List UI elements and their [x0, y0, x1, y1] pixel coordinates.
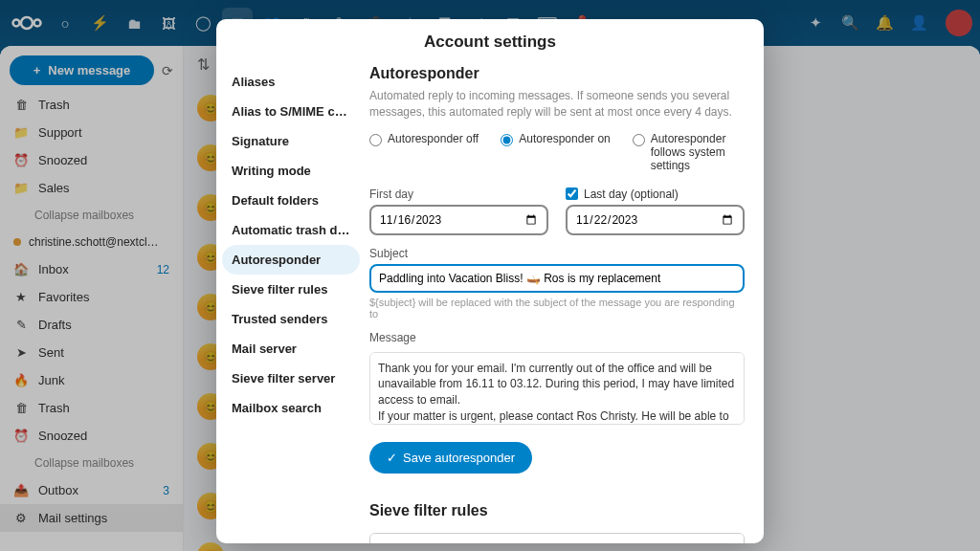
account-settings-modal: Account settings Aliases Alias to S/MIME…: [216, 19, 764, 543]
modal-nav: Aliases Alias to S/MIME ce… Signature Wr…: [216, 61, 360, 543]
sieve-code[interactable]: [369, 533, 745, 543]
nav-alias-smime[interactable]: Alias to S/MIME ce…: [222, 97, 360, 126]
nav-trash-deletion[interactable]: Automatic trash de…: [222, 215, 360, 245]
sieve-heading: Sieve filter rules: [369, 502, 745, 519]
last-day-input[interactable]: [566, 205, 745, 235]
radio-on[interactable]: Autoresponder on: [501, 132, 612, 172]
subject-label: Subject: [369, 247, 745, 260]
subject-input[interactable]: [369, 264, 745, 293]
nav-writing-mode[interactable]: Writing mode: [222, 156, 360, 186]
section-description: Automated reply to incoming messages. If…: [369, 88, 745, 121]
nav-sieve-rules[interactable]: Sieve filter rules: [222, 275, 360, 304]
modal-title: Account settings: [216, 19, 764, 61]
subject-hint: ${subject} will be replaced with the sub…: [369, 297, 745, 320]
nav-aliases[interactable]: Aliases: [222, 67, 360, 97]
nav-mailbox-search[interactable]: Mailbox search: [222, 393, 360, 423]
nav-sieve-server[interactable]: Sieve filter server: [222, 364, 360, 393]
first-day-label: First day: [369, 187, 548, 201]
first-day-input[interactable]: [369, 205, 548, 235]
save-autoresponder-button[interactable]: ✓Save autoresponder: [369, 442, 532, 474]
nav-default-folders[interactable]: Default folders: [222, 186, 360, 215]
nav-autoresponder[interactable]: Autoresponder: [222, 245, 360, 275]
nav-signature[interactable]: Signature: [222, 126, 360, 156]
section-heading: Autoresponder: [369, 65, 745, 82]
message-textarea[interactable]: [369, 352, 745, 425]
last-day-checkbox[interactable]: Last day (optional): [566, 187, 745, 201]
radio-system[interactable]: Autoresponder follows system settings: [633, 132, 745, 172]
check-icon: ✓: [387, 451, 397, 465]
nav-trusted-senders[interactable]: Trusted senders: [222, 304, 360, 334]
modal-content: Autoresponder Automated reply to incomin…: [360, 61, 764, 543]
message-label: Message: [369, 331, 745, 344]
radio-off[interactable]: Autoresponder off: [369, 132, 481, 172]
nav-mail-server[interactable]: Mail server: [222, 334, 360, 364]
